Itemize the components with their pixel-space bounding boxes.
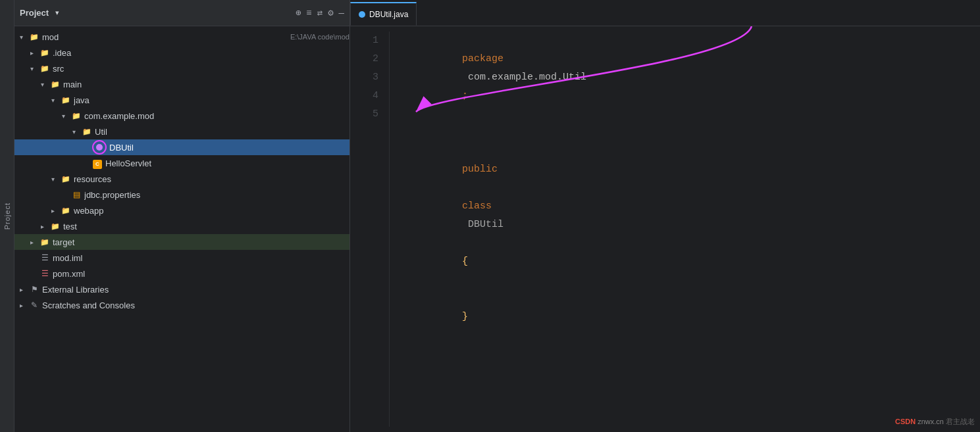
file-tree: 📁 mod E:\JAVA code\mod 📁 .idea 📁 src 📁 m… bbox=[14, 26, 349, 432]
library-icon: ⚑ bbox=[29, 284, 39, 295]
tree-item-dbutil[interactable]: DBUtil bbox=[14, 139, 349, 155]
iml-icon: ☰ bbox=[39, 252, 50, 263]
watermark-csdn: CSDN bbox=[895, 418, 916, 425]
tree-item-util[interactable]: 📁 Util bbox=[14, 124, 349, 139]
item-name-scratches: Scratches and Consoles bbox=[42, 300, 349, 310]
item-name-jdbc-properties: jdbc.properties bbox=[84, 190, 349, 200]
editor-area: DBUtil.java 1 2 3 4 5 bbox=[350, 0, 980, 432]
sidebar-label-text: Project bbox=[3, 203, 11, 229]
props-icon: ▤ bbox=[71, 189, 82, 200]
expand-icon[interactable]: ⇄ bbox=[317, 7, 322, 18]
item-name-mod-iml: mod.iml bbox=[53, 253, 349, 263]
tree-item-com-example-mod[interactable]: 📁 com.example.mod bbox=[14, 108, 349, 124]
arrow-mod bbox=[20, 34, 29, 41]
item-name-test: test bbox=[63, 222, 349, 231]
folder-icon-idea: 📁 bbox=[39, 47, 50, 58]
item-name-target: target bbox=[53, 237, 349, 247]
tree-item-mod[interactable]: 📁 mod E:\JAVA code\mod bbox=[14, 29, 349, 45]
tree-item-webapp[interactable]: 📁 webapp bbox=[14, 203, 349, 218]
line-num-2: 2 bbox=[350, 50, 378, 68]
settings-icon[interactable]: ⚙ bbox=[328, 7, 333, 18]
editor-wrapper: 1 2 3 4 5 package com.example.mod.Util ;… bbox=[350, 26, 980, 432]
line-num-1: 1 bbox=[350, 32, 378, 50]
arrow-java bbox=[51, 97, 61, 104]
java-icon-helloservlet: C bbox=[92, 158, 103, 168]
java-class-icon-helloservlet: C bbox=[93, 160, 102, 169]
watermark-author: 君主战老 bbox=[946, 418, 975, 425]
tree-item-src[interactable]: 📁 src bbox=[14, 60, 349, 76]
collapse-icon[interactable]: ≡ bbox=[306, 8, 311, 18]
arrow-src bbox=[30, 65, 39, 72]
line-num-5: 5 bbox=[350, 105, 378, 124]
watermark-site: znwx.cn bbox=[917, 418, 944, 425]
xml-icon: ☰ bbox=[39, 268, 50, 279]
folder-icon-src: 📁 bbox=[39, 63, 50, 74]
line-numbers: 1 2 3 4 5 bbox=[350, 32, 390, 427]
item-name-com-example-mod: com.example.mod bbox=[84, 111, 349, 121]
tree-item-main[interactable]: 📁 main bbox=[14, 76, 349, 92]
java-class-dot-dbutil bbox=[96, 144, 103, 151]
tree-item-mod-iml[interactable]: ☰ mod.iml bbox=[14, 250, 349, 266]
arrow-resources bbox=[51, 176, 61, 183]
panel-dropdown-arrow[interactable]: ▾ bbox=[55, 9, 59, 17]
panel-title: Project bbox=[20, 8, 49, 18]
code-line-3: public class DBUtil { bbox=[403, 142, 967, 289]
arrow-webapp bbox=[51, 207, 61, 214]
item-name-main: main bbox=[63, 80, 349, 89]
item-name-util: Util bbox=[95, 127, 349, 137]
item-name-external-libraries: External Libraries bbox=[42, 285, 349, 295]
tree-item-pom-xml[interactable]: ☰ pom.xml bbox=[14, 266, 349, 281]
folder-icon-java: 📁 bbox=[61, 95, 71, 105]
brace-open: { bbox=[462, 256, 468, 267]
folder-icon-util: 📁 bbox=[82, 126, 92, 137]
item-name-resources: resources bbox=[74, 174, 349, 184]
item-name-pom-xml: pom.xml bbox=[53, 269, 349, 279]
code-line-4: } bbox=[403, 289, 967, 345]
folder-icon-mod: 📁 bbox=[29, 32, 39, 42]
project-panel: Project ▾ ⊕ ≡ ⇄ ⚙ — 📁 mod E:\JAVA code\m… bbox=[14, 0, 350, 432]
brace-close: } bbox=[462, 311, 468, 322]
panel-toolbar: Project ▾ ⊕ ≡ ⇄ ⚙ — bbox=[14, 0, 349, 26]
tree-item-java[interactable]: 📁 java bbox=[14, 92, 349, 108]
item-path-mod: E:\JAVA code\mod bbox=[290, 33, 349, 41]
item-name-idea: .idea bbox=[53, 48, 349, 58]
toolbar-icons-group: ⊕ ≡ ⇄ ⚙ — bbox=[296, 7, 344, 18]
tree-item-jdbc-properties[interactable]: ▤ jdbc.properties bbox=[14, 187, 349, 203]
space-1 bbox=[462, 182, 468, 193]
dbutil-circle-highlight bbox=[92, 140, 107, 155]
tree-item-scratches[interactable]: ✎ Scratches and Consoles bbox=[14, 297, 349, 313]
semicolon-1: ; bbox=[462, 90, 468, 101]
arrow-idea bbox=[30, 49, 39, 57]
folder-icon-resources: 📁 bbox=[61, 174, 71, 184]
arrow-scratches bbox=[20, 302, 29, 309]
tree-item-resources[interactable]: 📁 resources bbox=[14, 171, 349, 187]
arrow-util bbox=[72, 128, 82, 135]
folder-icon-target: 📁 bbox=[39, 237, 50, 247]
folder-icon-test: 📁 bbox=[50, 221, 61, 231]
project-sidebar-label[interactable]: Project bbox=[0, 0, 14, 432]
tab-dbutil-java[interactable]: DBUtil.java bbox=[350, 2, 417, 26]
code-content[interactable]: package com.example.mod.Util ; public cl… bbox=[390, 32, 980, 427]
item-name-dbutil: DBUtil bbox=[109, 143, 349, 153]
tree-item-idea[interactable]: 📁 .idea bbox=[14, 45, 349, 60]
space-3 bbox=[462, 237, 468, 249]
code-editor[interactable]: 1 2 3 4 5 package com.example.mod.Util ;… bbox=[350, 26, 980, 432]
arrow-main bbox=[41, 81, 50, 88]
tree-item-target[interactable]: 📁 target bbox=[14, 234, 349, 250]
tree-item-external-libraries[interactable]: ⚑ External Libraries bbox=[14, 281, 349, 297]
package-name: com.example.mod.Util bbox=[462, 72, 586, 83]
keyword-public: public bbox=[462, 164, 498, 175]
keyword-class: class bbox=[462, 201, 492, 212]
line-num-4: 4 bbox=[350, 87, 378, 105]
scratch-icon: ✎ bbox=[29, 300, 39, 310]
space-2: DBUtil bbox=[462, 219, 503, 230]
item-name-mod: mod bbox=[42, 32, 288, 42]
tree-item-helloservlet[interactable]: C HelloServlet bbox=[14, 155, 349, 171]
code-line-2 bbox=[403, 124, 967, 142]
arrow-test bbox=[41, 223, 50, 230]
item-name-src: src bbox=[53, 64, 349, 74]
line-num-3: 3 bbox=[350, 68, 378, 87]
minimize-icon[interactable]: — bbox=[339, 8, 344, 18]
locate-icon[interactable]: ⊕ bbox=[296, 7, 301, 18]
tree-item-test[interactable]: 📁 test bbox=[14, 218, 349, 234]
